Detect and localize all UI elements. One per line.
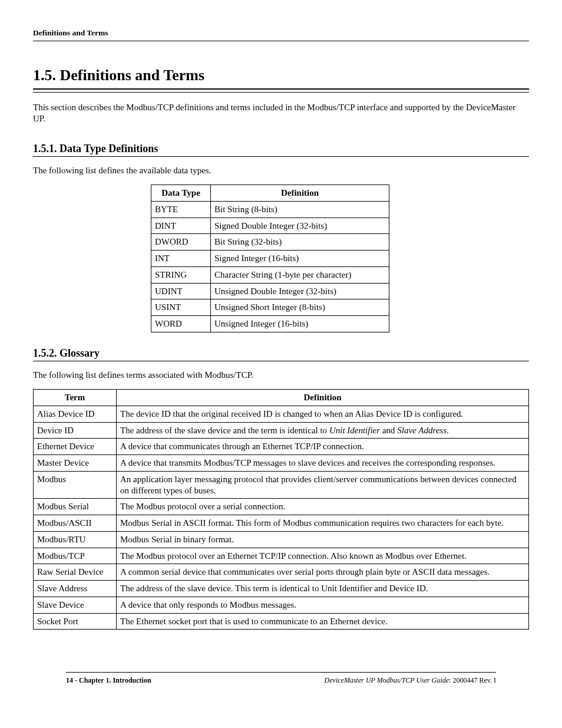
data-types-intro: The following list defines the available… (33, 165, 529, 176)
cell-type: INT (151, 251, 211, 267)
def-italic: Slave Address (397, 426, 447, 435)
cell-def: Signed Integer (16-bits) (211, 251, 389, 267)
cell-def: The Ethernet socket port that is used to… (117, 613, 529, 630)
cell-def: The Modbus protocol over a serial connec… (117, 499, 529, 515)
cell-term: Modbus/ASCII (34, 515, 117, 532)
cell-def: Bit String (8-bits) (211, 201, 389, 218)
cell-term: Modbus Serial (34, 499, 117, 515)
def-text: . (447, 426, 449, 435)
table-row: Master DeviceA device that transmits Mod… (34, 455, 529, 472)
footer-doc-info: DeviceMaster UP Modbus/TCP User Guide: 2… (325, 676, 496, 685)
cell-term: Socket Port (34, 613, 117, 630)
cell-def: A common serial device that communicates… (117, 564, 529, 581)
table-row: Modbus/RTUModbus Serial in binary format… (34, 531, 529, 548)
cell-def: Modbus Serial in binary format. (117, 531, 529, 548)
subsection-number: 1.5.1. (33, 143, 57, 154)
cell-term: Modbus/TCP (34, 548, 117, 564)
footer-doc-rev: : 2000447 Rev. I (449, 676, 496, 684)
cell-type: BYTE (151, 201, 211, 218)
table-row: BYTEBit String (8-bits) (151, 201, 389, 218)
subsection-title: Data Type Definitions (59, 143, 158, 154)
cell-term: Slave Device (34, 597, 117, 613)
table-row: Raw Serial DeviceA common serial device … (34, 564, 529, 581)
cell-type: USINT (151, 299, 211, 316)
table-row: ModbusAn application layer messaging pro… (34, 471, 529, 499)
table-row: Device ID The address of the slave devic… (34, 422, 529, 439)
cell-def: Character String (1-byte per character) (211, 266, 389, 283)
cell-def: Unsigned Integer (16-bits) (211, 316, 389, 332)
footer-page-label: 14 - Chapter 1. Introduction (66, 676, 151, 685)
table-header-row: Data Type Definition (151, 185, 389, 202)
cell-term: Modbus/RTU (34, 531, 117, 548)
cell-def: Bit String (32-bits) (211, 234, 389, 251)
cell-term: Alias Device ID (34, 406, 117, 422)
cell-def: Signed Double Integer (32-bits) (211, 218, 389, 234)
cell-term: Device ID (34, 422, 117, 439)
cell-def: A device that only responds to Modbus me… (117, 597, 529, 613)
col-definition: Definition (117, 390, 529, 406)
def-text: The address of the slave device and the … (120, 426, 329, 435)
section-title: 1.5. Definitions and Terms (33, 66, 529, 85)
table-row: Slave AddressThe address of the slave de… (34, 581, 529, 597)
cell-def: Modbus Serial in ASCII format. This form… (117, 515, 529, 532)
cell-def: Unsigned Double Integer (32-bits) (211, 283, 389, 299)
table-row: Modbus/TCPThe Modbus protocol over an Et… (34, 548, 529, 564)
section-intro: This section describes the Modbus/TCP de… (33, 102, 529, 124)
cell-def: Unsigned Short Integer (8-bits) (211, 299, 389, 316)
data-types-table: Data Type Definition BYTEBit String (8-b… (151, 185, 389, 332)
cell-type: STRING (151, 266, 211, 283)
section-number: 1.5. (33, 67, 56, 84)
table-row: Modbus/ASCIIModbus Serial in ASCII forma… (34, 515, 529, 532)
footer-doc-title: DeviceMaster UP Modbus/TCP User Guide (325, 676, 449, 684)
running-head: Definitions and Terms (33, 28, 529, 41)
subsection-glossary: 1.5.2. Glossary (33, 347, 529, 362)
cell-term: Raw Serial Device (34, 564, 117, 581)
cell-term: Slave Address (34, 581, 117, 597)
def-text: and (380, 426, 397, 435)
section-title-text: Definitions and Terms (60, 67, 205, 84)
subsection-title: Glossary (59, 347, 100, 359)
cell-def: The address of the slave device and the … (117, 422, 529, 439)
table-row: Alias Device IDThe device ID that the or… (34, 406, 529, 422)
cell-def: The Modbus protocol over an Ethernet TCP… (117, 548, 529, 564)
cell-type: DINT (151, 218, 211, 234)
cell-type: WORD (151, 316, 211, 332)
table-row: DWORDBit String (32-bits) (151, 234, 389, 251)
table-row: WORDUnsigned Integer (16-bits) (151, 316, 389, 332)
subsection-data-types: 1.5.1. Data Type Definitions (33, 142, 529, 157)
cell-type: UDINT (151, 283, 211, 299)
cell-def: An application layer messaging protocol … (117, 471, 529, 499)
cell-type: DWORD (151, 234, 211, 251)
cell-term: Master Device (34, 455, 117, 472)
cell-def: The device ID that the original received… (117, 406, 529, 422)
table-header-row: Term Definition (34, 390, 529, 406)
col-data-type: Data Type (151, 185, 211, 202)
subsection-number: 1.5.2. (33, 347, 57, 359)
table-row: Slave DeviceA device that only responds … (34, 597, 529, 613)
table-row: UDINTUnsigned Double Integer (32-bits) (151, 283, 389, 299)
table-row: Ethernet DeviceA device that communicate… (34, 439, 529, 455)
cell-term: Ethernet Device (34, 439, 117, 455)
table-row: STRINGCharacter String (1-byte per chara… (151, 266, 389, 283)
cell-def: The address of the slave device. This te… (117, 581, 529, 597)
table-row: INTSigned Integer (16-bits) (151, 251, 389, 267)
page-footer: 14 - Chapter 1. Introduction DeviceMaste… (66, 672, 496, 685)
table-row: Socket PortThe Ethernet socket port that… (34, 613, 529, 630)
table-row: USINTUnsigned Short Integer (8-bits) (151, 299, 389, 316)
table-row: DINTSigned Double Integer (32-bits) (151, 218, 389, 234)
col-definition: Definition (211, 185, 389, 202)
glossary-intro: The following list defines terms associa… (33, 370, 529, 381)
cell-def: A device that communicates through an Et… (117, 439, 529, 455)
def-italic: Unit Identifier (329, 426, 380, 435)
col-term: Term (34, 390, 117, 406)
table-row: Modbus SerialThe Modbus protocol over a … (34, 499, 529, 515)
glossary-table: Term Definition Alias Device IDThe devic… (33, 389, 529, 630)
cell-term: Modbus (34, 471, 117, 499)
section-title-rule (33, 88, 529, 93)
cell-def: A device that transmits Modbus/TCP messa… (117, 455, 529, 472)
